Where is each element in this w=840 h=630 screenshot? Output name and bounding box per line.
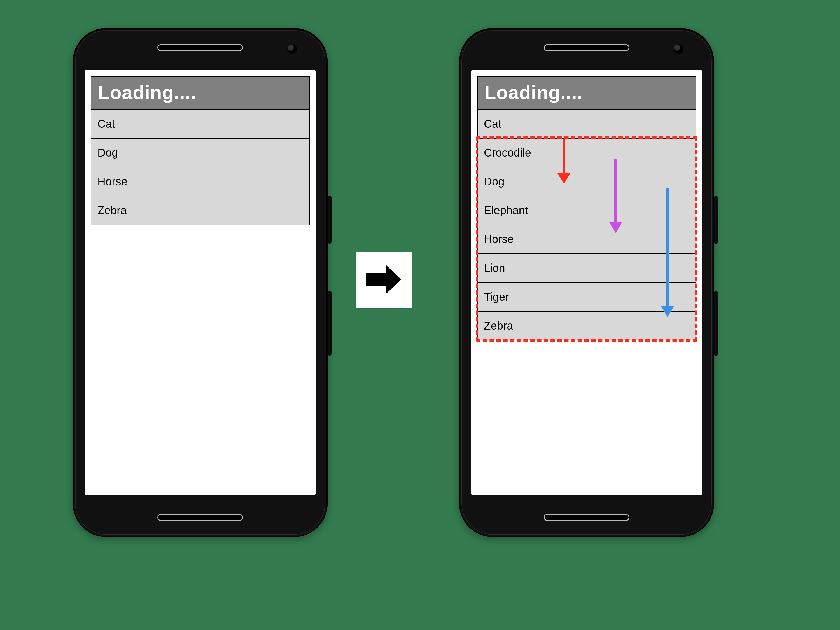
list-item[interactable]: Horse xyxy=(478,224,696,253)
list-item[interactable]: Cat xyxy=(91,110,309,138)
list-item[interactable]: Cat xyxy=(478,110,696,138)
phone-camera-icon xyxy=(287,44,297,54)
list-item[interactable]: Dog xyxy=(91,138,309,167)
phone-screen: Loading.... CatDogHorseZebra xyxy=(85,70,316,495)
phone-device-before: Loading.... CatDogHorseZebra xyxy=(73,28,328,537)
svg-marker-0 xyxy=(366,265,401,294)
list[interactable]: CatCrocodileDogElephantHorseLionTigerZeb… xyxy=(477,110,696,341)
list-item[interactable]: Dog xyxy=(478,167,696,196)
transition-panel xyxy=(355,252,412,308)
phone-speaker-bottom-icon xyxy=(544,514,630,521)
phone-side-button xyxy=(714,291,718,355)
phone-camera-icon xyxy=(674,44,683,54)
phone-speaker-top-icon xyxy=(157,44,243,51)
phone-side-button xyxy=(328,291,332,355)
phone-speaker-top-icon xyxy=(544,44,630,51)
list-item[interactable]: Lion xyxy=(478,253,696,282)
arrow-right-icon xyxy=(363,259,404,302)
list[interactable]: CatDogHorseZebra xyxy=(91,110,309,225)
app-title: Loading.... xyxy=(91,76,309,110)
phone-screen: Loading.... CatCrocodileDogElephantHorse… xyxy=(471,70,702,495)
list-item[interactable]: Tiger xyxy=(478,282,696,311)
list-item[interactable]: Zebra xyxy=(478,311,696,340)
app-title: Loading.... xyxy=(477,76,696,110)
list-item[interactable]: Crocodile xyxy=(478,138,696,167)
phone-speaker-bottom-icon xyxy=(157,514,243,521)
list-item[interactable]: Horse xyxy=(91,167,309,196)
phone-side-button xyxy=(714,196,718,243)
phone-device-after: Loading.... CatCrocodileDogElephantHorse… xyxy=(459,28,714,537)
phone-side-button xyxy=(328,196,332,243)
list-item[interactable]: Zebra xyxy=(91,196,309,224)
list-item[interactable]: Elephant xyxy=(478,196,696,224)
